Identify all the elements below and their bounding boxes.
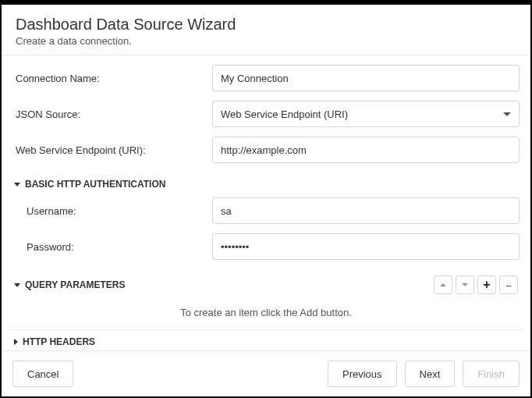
move-up-button[interactable] xyxy=(434,275,452,294)
json-source-select[interactable]: Web Service Endpoint (URI) xyxy=(212,101,520,127)
collapse-icon xyxy=(14,283,20,287)
basic-auth-section-title: BASIC HTTP AUTHENTICATION xyxy=(25,179,165,190)
wizard-dialog: Dashboard Data Source Wizard Create a da… xyxy=(2,5,530,396)
query-params-section-title: QUERY PARAMETERS xyxy=(25,279,125,290)
expand-icon xyxy=(14,339,18,345)
chevron-down-icon xyxy=(462,283,468,286)
endpoint-input[interactable] xyxy=(212,137,520,163)
dialog-footer: Cancel Previous Next Finish xyxy=(2,350,530,396)
move-down-button[interactable] xyxy=(456,275,474,294)
json-source-label: JSON Source: xyxy=(9,108,212,120)
minus-icon: – xyxy=(505,279,511,291)
basic-auth-section-header[interactable]: BASIC HTTP AUTHENTICATION xyxy=(9,172,523,197)
chevron-down-icon xyxy=(503,112,511,116)
dialog-body: Connection Name: JSON Source: Web Servic… xyxy=(2,55,530,350)
next-button[interactable]: Next xyxy=(405,361,456,387)
connection-name-label: Connection Name: xyxy=(9,73,212,84)
password-row: Password: xyxy=(9,233,523,260)
add-button[interactable]: + xyxy=(477,275,496,294)
http-headers-section-title: HTTP HEADERS xyxy=(23,336,95,347)
json-source-value: Web Service Endpoint (URI) xyxy=(221,108,348,120)
remove-button[interactable]: – xyxy=(499,275,518,294)
username-row: Username: xyxy=(9,197,523,224)
password-input[interactable] xyxy=(212,233,520,260)
previous-button[interactable]: Previous xyxy=(328,361,397,387)
dialog-subtitle: Create a data connection. xyxy=(16,35,516,47)
dialog-title: Dashboard Data Source Wizard xyxy=(16,16,516,34)
endpoint-row: Web Service Endpoint (URI): xyxy=(9,137,523,163)
http-headers-section-header[interactable]: HTTP HEADERS xyxy=(9,330,523,350)
chevron-up-icon xyxy=(440,283,446,286)
username-input[interactable] xyxy=(212,197,520,224)
username-label: Username: xyxy=(9,205,212,217)
finish-button: Finish xyxy=(463,361,520,387)
plus-icon: + xyxy=(483,279,490,291)
json-source-row: JSON Source: Web Service Endpoint (URI) xyxy=(9,101,523,127)
password-label: Password: xyxy=(9,241,212,253)
query-params-section-header[interactable]: QUERY PARAMETERS + – xyxy=(9,269,523,302)
query-params-actions: + – xyxy=(434,275,518,294)
endpoint-label: Web Service Endpoint (URI): xyxy=(9,144,212,156)
collapse-icon xyxy=(14,183,20,187)
connection-name-row: Connection Name: xyxy=(9,65,523,91)
dialog-header: Dashboard Data Source Wizard Create a da… xyxy=(2,5,530,55)
connection-name-input[interactable] xyxy=(212,65,520,91)
cancel-button[interactable]: Cancel xyxy=(12,361,73,387)
query-params-hint: To create an item click the Add button. xyxy=(9,302,523,329)
